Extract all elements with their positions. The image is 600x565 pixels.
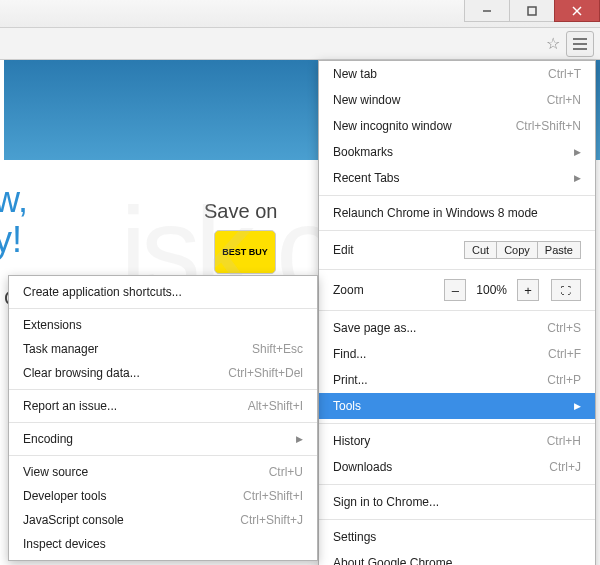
maximize-button[interactable] [509,0,555,22]
menu-item-about-google-chrome[interactable]: About Google Chrome [319,550,595,565]
menu-item-label: Create application shortcuts... [23,285,182,299]
menu-item-save-page-as[interactable]: Save page as...Ctrl+S [319,315,595,341]
copy-button[interactable]: Copy [496,241,538,259]
tools-item-report-an-issue[interactable]: Report an issue...Alt+Shift+I [9,394,317,418]
tools-item-javascript-console[interactable]: JavaScript consoleCtrl+Shift+J [9,508,317,532]
tools-item-inspect-devices[interactable]: Inspect devices [9,532,317,556]
menu-item-label: Extensions [23,318,82,332]
tools-submenu: Create application shortcuts...Extension… [8,275,318,561]
menu-item-label: New tab [333,67,377,81]
submenu-arrow-icon: ▶ [574,401,581,411]
menu-separator [319,310,595,311]
window-titlebar [0,0,600,28]
bestbuy-logo: BEST BUY [214,230,276,274]
zoom-row: Zoom–100%+⛶ [319,274,595,306]
bookmark-star-icon[interactable]: ☆ [546,34,560,53]
menu-separator [319,269,595,270]
menu-item-sign-in-to-chrome[interactable]: Sign in to Chrome... [319,489,595,515]
shortcut-label: Shift+Esc [252,342,303,356]
shortcut-label: Ctrl+N [547,93,581,107]
tools-item-developer-tools[interactable]: Developer toolsCtrl+Shift+I [9,484,317,508]
edit-label: Edit [333,243,457,257]
submenu-arrow-icon: ▶ [574,147,581,157]
menu-item-label: Clear browsing data... [23,366,140,380]
menu-item-label: Developer tools [23,489,106,503]
menu-item-downloads[interactable]: DownloadsCtrl+J [319,454,595,480]
menu-item-label: View source [23,465,88,479]
menu-item-relaunch-chrome-in-windows-8-mode[interactable]: Relaunch Chrome in Windows 8 mode [319,200,595,226]
menu-item-label: New window [333,93,400,107]
menu-item-print[interactable]: Print...Ctrl+P [319,367,595,393]
menu-item-label: About Google Chrome [333,556,452,565]
cut-button[interactable]: Cut [464,241,497,259]
menu-item-label: New incognito window [333,119,452,133]
menu-separator [319,195,595,196]
menu-item-label: Bookmarks [333,145,393,159]
zoom-out-button[interactable]: – [444,279,466,301]
menu-item-label: Relaunch Chrome in Windows 8 mode [333,206,538,220]
tools-item-extensions[interactable]: Extensions [9,313,317,337]
menu-item-label: Settings [333,530,376,544]
menu-button[interactable] [566,31,594,57]
menu-item-history[interactable]: HistoryCtrl+H [319,428,595,454]
menu-item-label: Sign in to Chrome... [333,495,439,509]
save-on-label: Save on [204,200,277,223]
close-button[interactable] [554,0,600,22]
tools-separator [9,455,317,456]
minimize-button[interactable] [464,0,510,22]
submenu-arrow-icon: ▶ [574,173,581,183]
menu-item-new-window[interactable]: New windowCtrl+N [319,87,595,113]
tools-item-task-manager[interactable]: Task managerShift+Esc [9,337,317,361]
menu-item-label: JavaScript console [23,513,124,527]
tools-separator [9,308,317,309]
menu-separator [319,484,595,485]
menu-item-label: Print... [333,373,368,387]
tools-separator [9,422,317,423]
menu-item-recent-tabs[interactable]: Recent Tabs▶ [319,165,595,191]
menu-item-label: Save page as... [333,321,416,335]
shortcut-label: Ctrl+H [547,434,581,448]
menu-item-find[interactable]: Find...Ctrl+F [319,341,595,367]
menu-item-tools[interactable]: Tools▶ [319,393,595,419]
paste-button[interactable]: Paste [537,241,581,259]
browser-toolbar: ☆ [0,28,600,60]
shortcut-label: Ctrl+Shift+Del [228,366,303,380]
shortcut-label: Ctrl+J [549,460,581,474]
shortcut-label: Ctrl+Shift+J [240,513,303,527]
shortcut-label: Ctrl+Shift+I [243,489,303,503]
menu-separator [319,423,595,424]
menu-item-new-incognito-window[interactable]: New incognito windowCtrl+Shift+N [319,113,595,139]
shortcut-label: Ctrl+Shift+N [516,119,581,133]
edit-row: EditCutCopyPaste [319,235,595,265]
zoom-value: 100% [472,283,511,297]
menu-separator [319,519,595,520]
tools-item-encoding[interactable]: Encoding▶ [9,427,317,451]
menu-separator [319,230,595,231]
menu-item-settings[interactable]: Settings [319,524,595,550]
menu-item-bookmarks[interactable]: Bookmarks▶ [319,139,595,165]
chrome-menu: New tabCtrl+TNew windowCtrl+NNew incogni… [318,60,596,565]
menu-item-label: Tools [333,399,361,413]
zoom-label: Zoom [333,283,438,297]
fullscreen-button[interactable]: ⛶ [551,279,581,301]
submenu-arrow-icon: ▶ [296,434,303,444]
tools-item-view-source[interactable]: View sourceCtrl+U [9,460,317,484]
shortcut-label: Ctrl+T [548,67,581,81]
menu-item-label: Downloads [333,460,392,474]
menu-item-label: Report an issue... [23,399,117,413]
svg-rect-1 [528,7,536,15]
shortcut-label: Ctrl+U [269,465,303,479]
shortcut-label: Ctrl+F [548,347,581,361]
menu-item-label: History [333,434,370,448]
tools-item-clear-browsing-data[interactable]: Clear browsing data...Ctrl+Shift+Del [9,361,317,385]
tools-separator [9,389,317,390]
menu-item-label: Inspect devices [23,537,106,551]
shortcut-label: Alt+Shift+I [248,399,303,413]
menu-item-new-tab[interactable]: New tabCtrl+T [319,61,595,87]
shortcut-label: Ctrl+P [547,373,581,387]
zoom-in-button[interactable]: + [517,279,539,301]
menu-item-label: Task manager [23,342,98,356]
shortcut-label: Ctrl+S [547,321,581,335]
tools-item-create-application-shortcuts[interactable]: Create application shortcuts... [9,280,317,304]
menu-item-label: Find... [333,347,366,361]
